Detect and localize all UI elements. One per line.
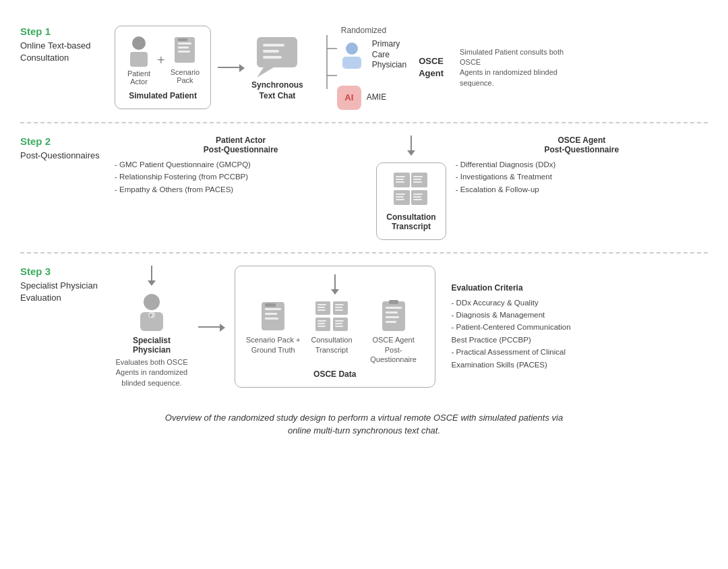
svg-rect-20 [396,181,404,183]
svg-rect-26 [396,193,405,195]
step1-number: Step 1 [20,26,108,37]
patient-q-list: GMC Patient Questionnaire (GMCPQ) Relati… [115,158,367,196]
osce-agent-pq-item: OSCE AgentPost-Questionnaire [363,300,424,364]
step2-content: Patient ActorPost-Questionnaire GMC Pati… [115,136,708,240]
svg-rect-52 [317,323,325,324]
svg-rect-41 [265,303,276,307]
caption-line2: online multi-turn synchronous text chat. [288,425,440,436]
svg-rect-47 [335,304,344,305]
step3-number: Step 3 [20,266,108,277]
consultation-transcript-icon [314,300,349,332]
eval-item-4: Practical Assessment of ClinicalExaminat… [452,346,586,371]
eval-list: DDx Accuracy & Quality Diagnosis & Manag… [452,297,586,371]
svg-rect-28 [396,199,404,200]
transcript-icon [391,171,431,208]
scenario-ground-truth-item: Scenario Pack +Ground Truth [246,300,300,355]
svg-rect-53 [317,326,326,327]
svg-rect-55 [335,320,344,322]
q-item-3: Empathy & Others (from PACES) [115,183,367,196]
step2-title: Post-Questionnaires [20,150,108,162]
specialist-label: SpecialistPhysician [133,336,171,355]
svg-rect-48 [335,307,342,308]
simulated-patient-label: Simulated Patient [129,91,197,100]
arrow-to-chat [218,62,245,73]
arrow-to-osce-data [198,322,225,332]
step2-number: Step 2 [20,136,108,147]
svg-rect-43 [317,304,326,305]
svg-point-0 [132,36,146,50]
step1-title: Online Text-basedConsultation [20,40,108,64]
svg-rect-18 [396,176,405,177]
pcp-icon [337,40,367,69]
scenario-pack-icon [173,36,197,67]
scenario-pack-item: ScenarioPack [171,36,200,84]
osce-data-title: OSCE Data [313,369,356,379]
step3-content: + SpecialistPhysician Evaluates both OSC… [115,266,708,388]
scenario-gt-label: Scenario Pack +Ground Truth [246,335,300,355]
svg-rect-16 [342,57,361,69]
svg-rect-24 [413,181,422,183]
patient-actor-item: PatientActor [126,34,152,86]
svg-rect-11 [263,56,282,59]
osce-agent-pq-icon [379,300,408,332]
step1-label: Step 1 Online Text-basedConsultation [20,26,115,64]
patient-questionnaire-box: Patient ActorPost-Questionnaire GMC Pati… [115,136,367,196]
arrow-down-step3 [146,266,157,286]
svg-rect-9 [263,44,284,47]
svg-point-33 [144,294,160,310]
osce-q-title: OSCE AgentPost-Questionnaire [456,136,708,154]
osce-data-box: Scenario Pack +Ground Truth [235,266,435,388]
svg-text:+: + [149,312,152,319]
agents-column: PrimaryCarePhysician AI AMIE [337,39,406,110]
patient-actor-label: PatientActor [127,69,150,86]
arrow-down-to-transcript [406,136,417,156]
pcp-name: PrimaryCarePhysician [372,39,406,71]
svg-rect-4 [178,47,189,49]
svg-rect-57 [335,326,343,327]
sp-icons-row: PatientActor + ScenarioPack [126,34,200,86]
diagram-container: Step 1 Online Text-basedConsultation Pat… [20,13,708,438]
eval-criteria: Evaluation Criteria DDx Accuracy & Quali… [452,283,586,371]
arrow-down-osce-data [330,274,340,295]
eval-item-3: Patient-Centered CommunicationBest Pract… [452,321,586,346]
svg-rect-30 [413,193,423,195]
step2-row: Step 2 Post-Questionnaires Patient Actor… [20,123,708,253]
eval-criteria-title: Evaluation Criteria [452,283,586,293]
step3-title: Specialist PhysicianEvaluation [20,280,108,304]
svg-rect-31 [413,196,421,198]
chat-icon [253,34,301,78]
chat-icon-box: SynchronousText Chat [251,34,303,101]
svg-rect-6 [178,38,187,41]
svg-rect-44 [317,307,325,308]
svg-rect-3 [178,42,191,44]
svg-rect-56 [335,323,342,324]
patient-q-title: Patient ActorPost-Questionnaire [115,136,367,154]
svg-point-15 [346,42,358,55]
svg-rect-40 [265,318,278,320]
caption-line1: Overview of the randomized study design … [165,413,563,423]
specialist-icon: + [135,293,169,333]
q-item-2: Relationship Fostering (from PCCBP) [115,171,367,183]
pcp-row: PrimaryCarePhysician [337,39,406,71]
step1-note-section: Simulated Patient consults both OSCEAgen… [460,47,581,89]
svg-rect-60 [386,311,398,313]
step1-main: PatientActor + ScenarioPack [115,26,708,110]
amie-row: AI AMIE [337,86,406,110]
consultation-transcript-item: ConsultationTranscript [311,300,352,355]
step2-label: Step 2 Post-Questionnaires [20,136,115,162]
osce-agent-pq-label: OSCE AgentPost-Questionnaire [363,335,424,364]
svg-rect-49 [335,309,343,311]
eval-item-1: DDx Accuracy & Quality [452,297,586,309]
svg-rect-38 [265,308,281,310]
osce-agent-label: OSCEAgent [419,55,444,80]
svg-rect-39 [265,313,277,315]
eval-item-2: Diagnosis & Management [452,309,586,321]
svg-rect-10 [263,50,279,53]
svg-rect-19 [396,179,404,180]
simulated-patient-box: PatientActor + ScenarioPack [115,26,211,109]
svg-rect-59 [386,307,402,309]
q-item-1: GMC Patient Questionnaire (GMCPQ) [115,158,367,171]
svg-marker-8 [257,67,274,78]
osce-q-item-3: Escalation & Follow-up [456,183,708,196]
branch-section: Randomized [317,26,406,110]
